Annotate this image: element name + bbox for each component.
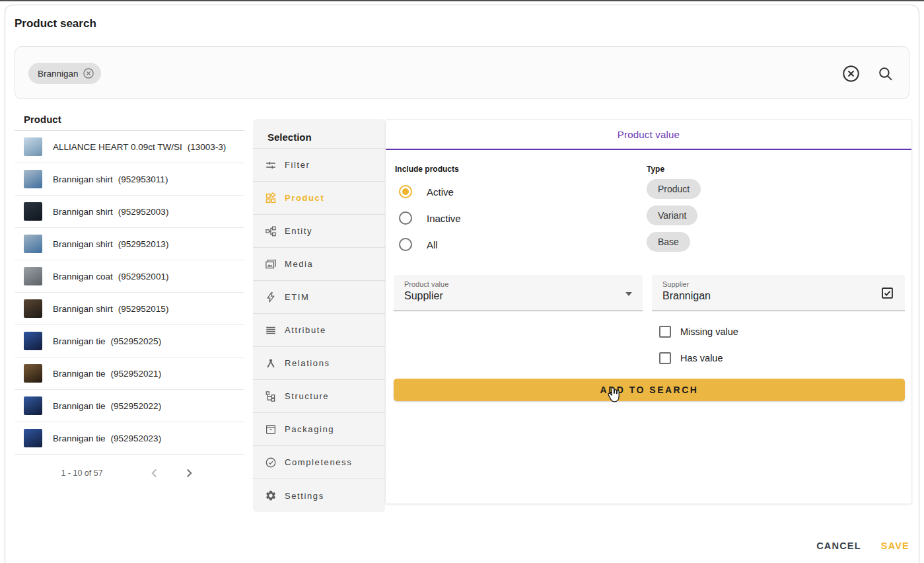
chevron-right-icon — [182, 466, 196, 480]
next-page-button[interactable] — [180, 464, 198, 482]
sidebar-item-media[interactable]: Media — [253, 248, 385, 281]
radio-active[interactable]: Active — [399, 182, 454, 201]
sidebar-item-etim[interactable]: ETIM — [253, 281, 385, 314]
package-icon — [265, 424, 277, 435]
product-row[interactable]: Brannigan tie(952952023) — [15, 422, 244, 455]
circle-x-icon[interactable] — [83, 67, 94, 79]
sidebar-item-label: Completeness — [285, 457, 352, 467]
product-row[interactable]: Brannigan tie(952952025) — [15, 325, 244, 357]
cancel-button[interactable]: CANCEL — [816, 541, 861, 551]
product-thumbnail — [24, 137, 42, 156]
chevron-left-icon — [147, 466, 162, 480]
type-chip-product[interactable]: Product — [647, 179, 701, 199]
product-row[interactable]: Brannigan shirt(952952013) — [15, 228, 244, 260]
sidebar-item-settings[interactable]: Settings — [253, 479, 385, 512]
search-bar[interactable]: Brannigan — [15, 46, 909, 99]
radio-label: Inactive — [427, 213, 461, 224]
sidebar-item-label: Product — [285, 193, 324, 203]
product-row[interactable]: Brannigan tie(952952021) — [15, 357, 244, 390]
check-circle-icon — [265, 457, 277, 469]
product-row[interactable]: Brannigan tie(952952022) — [15, 390, 244, 422]
sidebar-item-label: Settings — [285, 491, 324, 501]
product-code: (952952003) — [118, 207, 169, 217]
product-row[interactable]: ALLIANCE HEART 0.09ct TW/SI(13003-3) — [15, 131, 244, 163]
radio-button-icon — [399, 185, 412, 198]
sidebar-item-product[interactable]: Product — [253, 182, 385, 215]
sidebar-item-label: Filter — [285, 160, 310, 170]
checkbox-missing-value[interactable]: Missing value — [659, 325, 738, 338]
product-code: (13003-3) — [188, 142, 227, 152]
search-chip-label: Brannigan — [38, 69, 79, 79]
radio-all[interactable]: All — [399, 235, 438, 254]
sidebar-item-label: Attribute — [285, 325, 326, 335]
sidebar-item-entity[interactable]: Entity — [253, 215, 385, 248]
radio-button-icon — [399, 238, 412, 251]
type-label: Type — [647, 165, 664, 174]
clear-all-button[interactable] — [841, 64, 860, 83]
save-button[interactable]: SAVE — [881, 541, 909, 551]
field-value: Brannigan — [662, 290, 894, 302]
product-thumbnail — [24, 332, 42, 350]
add-to-search-button[interactable]: ADD TO SEARCH — [394, 379, 905, 401]
field-label: Product value — [404, 280, 632, 288]
tune-icon — [265, 159, 277, 171]
include-products-label: Include products — [395, 165, 459, 174]
radio-inactive[interactable]: Inactive — [399, 209, 461, 227]
sidebar-item-completeness[interactable]: Completeness — [253, 446, 385, 479]
product-value-select[interactable]: Product value Supplier — [394, 275, 643, 311]
sidebar-item-label: Structure — [285, 391, 329, 401]
product-row[interactable]: Brannigan shirt(952952015) — [15, 293, 244, 325]
product-thumbnail — [24, 202, 42, 221]
checkbox-label: Missing value — [680, 326, 738, 337]
product-list: Product ALLIANCE HEART 0.09ct TW/SI(1300… — [15, 111, 244, 492]
clear-all-icon — [842, 65, 860, 83]
sidebar-item-label: Relations — [285, 358, 330, 368]
selection-sidebar: Selection Filter Product Entity — [253, 119, 385, 512]
dropdown-arrow-icon — [625, 292, 632, 296]
type-chip-variant[interactable]: Variant — [647, 206, 697, 225]
search-button[interactable] — [876, 64, 894, 83]
previous-page-button[interactable] — [145, 464, 164, 482]
product-row[interactable]: Brannigan shirt(952952003) — [15, 196, 244, 228]
sidebar-item-packaging[interactable]: Packaging — [253, 413, 385, 446]
supplier-field[interactable]: Supplier Brannigan — [652, 275, 905, 311]
checkbox-has-value[interactable]: Has value — [659, 352, 723, 365]
radio-label: Active — [427, 186, 454, 198]
product-name: Brannigan shirt — [53, 174, 113, 184]
selection-header: Selection — [253, 119, 385, 149]
media-icon — [265, 258, 277, 270]
product-code: (952952021) — [111, 369, 162, 379]
product-thumbnail — [24, 396, 42, 415]
field-label: Supplier — [662, 280, 894, 288]
sidebar-item-label: Media — [285, 259, 313, 269]
product-name: Brannigan shirt — [53, 207, 113, 217]
product-row[interactable]: Brannigan coat(952952001) — [15, 260, 244, 293]
product-thumbnail — [24, 364, 42, 383]
grid-icon — [265, 192, 277, 204]
sidebar-item-attribute[interactable]: Attribute — [253, 314, 385, 347]
structure-icon — [265, 391, 277, 402]
window-top-edge — [0, 0, 924, 1]
tab-label: Product value — [618, 129, 680, 140]
checked-checkbox-icon[interactable] — [880, 286, 894, 300]
product-row[interactable]: Brannigan shirt(952953011) — [15, 163, 244, 196]
product-thumbnail — [24, 429, 42, 447]
sidebar-item-label: Entity — [285, 226, 312, 236]
tab-product-value[interactable]: Product value — [386, 120, 911, 150]
type-chip-base[interactable]: Base — [647, 232, 690, 252]
field-value: Supplier — [404, 290, 632, 302]
sidebar-item-label: ETIM — [285, 292, 309, 302]
sidebar-item-filter[interactable]: Filter — [253, 149, 385, 182]
pagination: 1 - 10 of 57 — [15, 455, 244, 492]
radio-button-icon — [399, 211, 412, 225]
relations-icon — [265, 357, 277, 369]
product-code: (952952022) — [111, 401, 162, 411]
product-thumbnail — [24, 170, 42, 188]
sidebar-item-relations[interactable]: Relations — [253, 347, 385, 380]
entity-icon — [265, 225, 277, 237]
footer-actions: CANCEL SAVE — [816, 541, 909, 551]
search-chip-brannigan[interactable]: Brannigan — [28, 63, 101, 84]
product-code: (952952015) — [118, 304, 169, 314]
sidebar-item-label: Packaging — [285, 424, 334, 434]
sidebar-item-structure[interactable]: Structure — [253, 380, 385, 413]
